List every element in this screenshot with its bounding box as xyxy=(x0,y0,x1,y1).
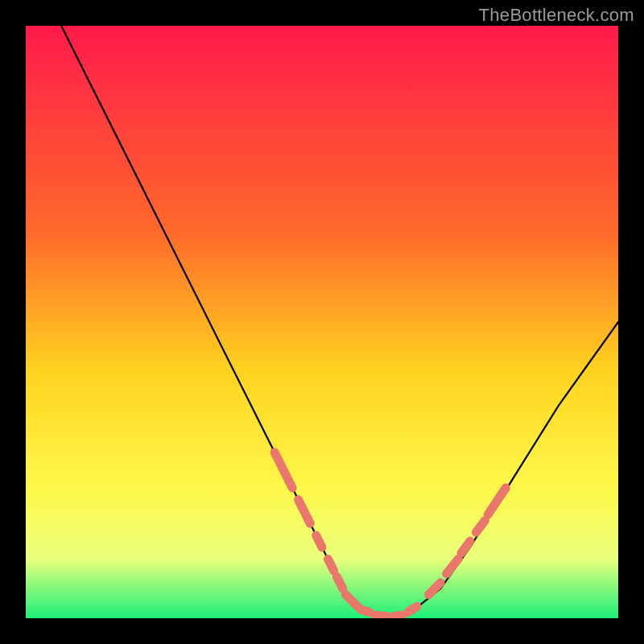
highlight-dash xyxy=(488,488,506,514)
watermark-text: TheBottleneck.com xyxy=(479,5,634,26)
highlight-dash xyxy=(447,559,459,573)
highlight-dash xyxy=(429,583,441,595)
highlight-dash xyxy=(345,595,357,607)
highlight-dash xyxy=(476,521,485,533)
highlight-dash xyxy=(336,577,342,589)
highlight-dashes xyxy=(275,452,506,617)
highlight-dash xyxy=(408,606,417,612)
highlight-dash xyxy=(328,559,333,571)
highlight-dash xyxy=(375,615,387,617)
highlight-dash xyxy=(393,615,402,617)
plot-area xyxy=(26,26,618,618)
curve-layer xyxy=(26,26,618,618)
bottleneck-curve xyxy=(61,26,618,618)
highlight-dash xyxy=(316,535,322,547)
highlight-dash xyxy=(299,500,311,523)
chart-container: TheBottleneck.com xyxy=(0,0,644,644)
highlight-dash xyxy=(361,609,369,613)
highlight-dash xyxy=(275,452,292,488)
highlight-dash xyxy=(461,541,470,553)
